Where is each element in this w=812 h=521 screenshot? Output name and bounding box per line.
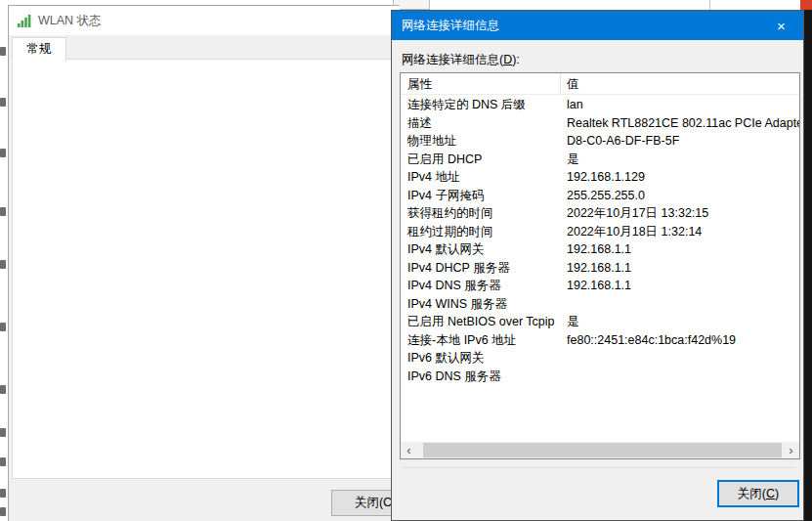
network-details-dialog: 网络连接详细信息 × 网络连接详细信息(D): 属性 值 连接特定的 DNS 后…: [391, 10, 804, 521]
tab-general[interactable]: 常规: [12, 37, 66, 62]
wlan-dialog-title: WLAN 状态: [38, 13, 102, 29]
details-list-label: 网络连接详细信息(D):: [402, 52, 520, 68]
desktop-dark-edge: [804, 0, 812, 521]
background-window-divider-fragment: [709, 0, 710, 10]
listview-header[interactable]: 属性 值: [401, 73, 799, 95]
wlan-tab-page: [12, 59, 400, 479]
detail-row[interactable]: 连接特定的 DNS 后缀lan: [401, 96, 799, 114]
details-listview[interactable]: 属性 值 连接特定的 DNS 后缀lan 描述Realtek RTL8821CE…: [400, 72, 800, 459]
details-dialog-title: 网络连接详细信息: [402, 18, 499, 34]
details-close-button[interactable]: 关闭(C): [717, 480, 799, 507]
wlan-status-dialog: WLAN 状态 常规 连接 IPv4 连接: Internet IPv6 连接:…: [8, 5, 400, 521]
detail-row[interactable]: 描述Realtek RTL8821CE 802.11ac PCIe Adapte…: [401, 114, 799, 133]
scroll-right-icon[interactable]: ›: [783, 442, 799, 458]
detail-row[interactable]: IPv4 WINS 服务器: [401, 295, 799, 314]
detail-row[interactable]: IPv4 子网掩码255.255.255.0: [401, 187, 799, 205]
scroll-left-icon[interactable]: ‹: [401, 442, 417, 458]
column-value[interactable]: 值: [567, 76, 579, 93]
wlan-close-button[interactable]: 关闭(C: [331, 490, 400, 516]
listview-rows: 连接特定的 DNS 后缀lan 描述Realtek RTL8821CE 802.…: [401, 96, 799, 385]
detail-row[interactable]: 连接-本地 IPv6 地址fe80::2451:e84c:1bca:f42d%1…: [401, 331, 799, 350]
detail-row[interactable]: 获得租约的时间2022年10月17日 13:32:15: [401, 204, 799, 223]
horizontal-scrollbar[interactable]: ‹ ›: [401, 442, 799, 458]
detail-row[interactable]: 已启用 NetBIOS over Tcpip是: [401, 313, 799, 331]
close-icon[interactable]: ×: [759, 11, 803, 40]
wifi-signal-icon: [18, 14, 31, 27]
details-titlebar[interactable]: 网络连接详细信息 ×: [392, 11, 803, 40]
screen: WLAN 状态 常规 连接 IPv4 连接: Internet IPv6 连接:…: [0, 0, 812, 521]
column-property[interactable]: 属性: [407, 76, 432, 93]
background-close-button-fragment: [800, 0, 812, 10]
scrollbar-thumb[interactable]: [423, 443, 782, 457]
detail-row[interactable]: IPv4 DNS 服务器192.168.1.1: [401, 277, 799, 295]
detail-row[interactable]: IPv4 地址192.168.1.129: [401, 168, 799, 187]
column-divider[interactable]: [560, 73, 561, 94]
detail-row[interactable]: IPv6 DNS 服务器: [401, 368, 799, 386]
detail-row[interactable]: 物理地址D8-C0-A6-DF-FB-5F: [401, 132, 799, 151]
detail-row[interactable]: IPv4 默认网关192.168.1.1: [401, 240, 799, 259]
detail-row[interactable]: 租约过期的时间2022年10月18日 1:32:14: [401, 223, 799, 241]
detail-row[interactable]: IPv6 默认网关: [401, 349, 799, 368]
footer-divider: [402, 467, 795, 468]
wlan-titlebar[interactable]: WLAN 状态: [9, 6, 400, 35]
detail-row[interactable]: 已启用 DHCP是: [401, 151, 799, 169]
detail-row[interactable]: IPv4 DHCP 服务器192.168.1.1: [401, 259, 799, 278]
